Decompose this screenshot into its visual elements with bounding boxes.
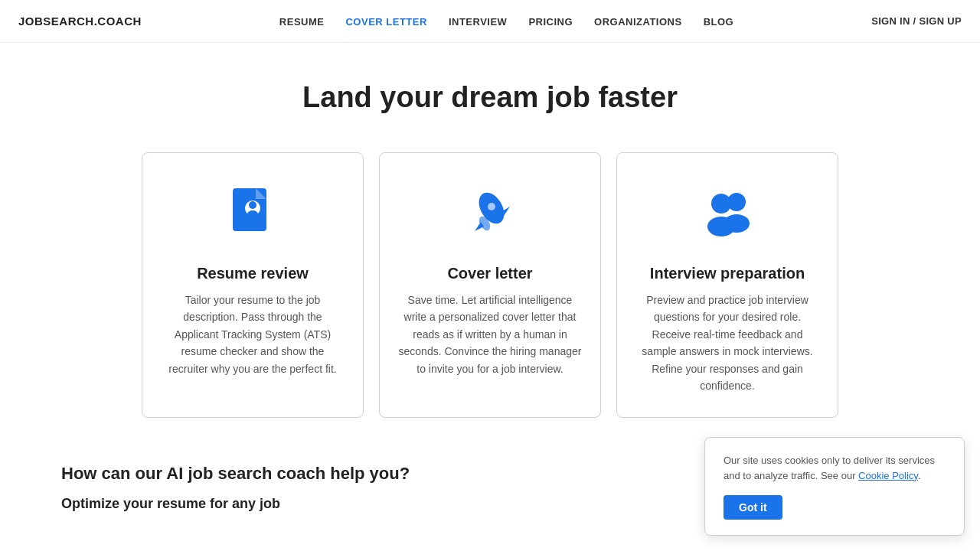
- nav-link-interview[interactable]: INTERVIEW: [449, 16, 508, 28]
- svg-point-2: [249, 201, 256, 209]
- cookie-message: Our site uses cookies only to deliver it…: [724, 453, 946, 483]
- interview-card-desc: Preview and practice job interview quest…: [635, 292, 819, 394]
- rocket-icon: [459, 176, 521, 253]
- feature-cards: Resume review Tailor your resume to the …: [0, 137, 980, 448]
- cover-letter-card-title: Cover letter: [447, 265, 532, 282]
- interview-card-title: Interview preparation: [650, 265, 805, 282]
- svg-point-5: [488, 203, 495, 210]
- nav-link-pricing[interactable]: PRICING: [528, 16, 573, 28]
- nav-links: RESUME COVER LETTER INTERVIEW PRICING OR…: [279, 15, 733, 28]
- svg-point-9: [711, 194, 731, 214]
- resume-icon: [222, 176, 283, 253]
- navbar: JOBSEARCH.COACH RESUME COVER LETTER INTE…: [0, 0, 980, 43]
- nav-link-blog[interactable]: BLOG: [704, 16, 734, 28]
- cookie-accept-button[interactable]: Got it: [724, 495, 782, 520]
- nav-link-cover-letter[interactable]: COVER LETTER: [345, 16, 426, 28]
- nav-link-organizations[interactable]: ORGANIZATIONS: [594, 16, 682, 28]
- svg-point-10: [707, 217, 735, 236]
- cookie-policy-link[interactable]: Cookie Policy: [858, 470, 918, 481]
- svg-point-3: [247, 210, 258, 218]
- nav-link-resume[interactable]: RESUME: [279, 16, 325, 28]
- cover-letter-card-desc: Save time. Let artificial intelligence w…: [398, 292, 582, 377]
- resume-card-title: Resume review: [197, 265, 309, 282]
- resume-card-desc: Tailor your resume to the job descriptio…: [161, 292, 345, 377]
- cookie-banner: Our site uses cookies only to deliver it…: [704, 437, 965, 527]
- resume-card: Resume review Tailor your resume to the …: [142, 152, 364, 418]
- users-icon: [697, 176, 758, 253]
- hero-section: Land your dream job faster: [0, 43, 980, 137]
- sign-in-button[interactable]: SIGN IN / SIGN UP: [871, 15, 962, 27]
- hero-heading: Land your dream job faster: [18, 81, 962, 114]
- site-logo[interactable]: JOBSEARCH.COACH: [18, 15, 142, 28]
- interview-card: Interview preparation Preview and practi…: [616, 152, 838, 418]
- cover-letter-card: Cover letter Save time. Let artificial i…: [379, 152, 601, 418]
